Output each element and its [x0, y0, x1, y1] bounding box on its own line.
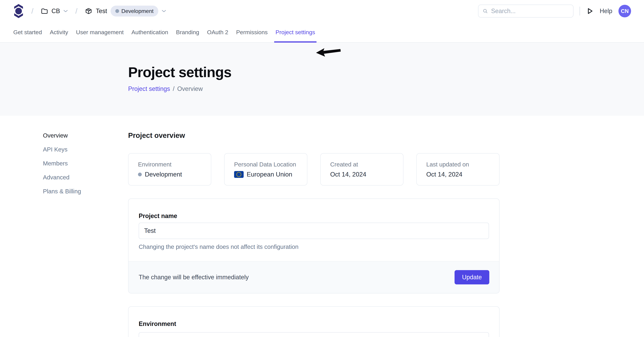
info-card-label: Created at: [330, 161, 403, 168]
tab-get-started[interactable]: Get started: [13, 22, 42, 42]
info-card-value: Development: [138, 171, 211, 178]
tab-activity[interactable]: Activity: [50, 22, 68, 42]
environment-badge-label: Development: [122, 8, 154, 14]
info-card-last-updated: Last updated on Oct 14, 2024: [416, 153, 500, 186]
status-dot-icon: [138, 173, 142, 176]
sidebar-item-overview[interactable]: Overview: [43, 132, 128, 139]
info-card-value: European Union: [234, 171, 307, 178]
breadcrumb-separator: /: [173, 85, 174, 92]
breadcrumb: Project settings / Overview: [128, 85, 644, 92]
sidebar-item-api-keys[interactable]: API Keys: [43, 146, 128, 153]
project-switcher[interactable]: Test Development: [85, 5, 166, 16]
main-nav: Get started Activity User management Aut…: [0, 22, 644, 42]
project-name: Test: [96, 7, 107, 15]
info-card-environment: Environment Development: [128, 153, 211, 186]
update-button[interactable]: Update: [454, 270, 489, 284]
help-link[interactable]: Help: [600, 7, 612, 15]
environment-card-body: Environment Development: [128, 307, 499, 337]
breadcrumb-separator: /: [31, 7, 34, 15]
header-breadcrumb: / CB / Test Development: [13, 3, 166, 19]
search-input[interactable]: [491, 7, 569, 15]
content-area: Overview API Keys Members Advanced Plans…: [0, 116, 644, 337]
breadcrumb-current: Overview: [177, 85, 203, 92]
sidebar-item-members[interactable]: Members: [43, 160, 128, 167]
app-logo[interactable]: [13, 3, 24, 19]
info-card-label: Last updated on: [426, 161, 499, 168]
project-name-helper-text: Changing the project's name does not aff…: [139, 243, 489, 250]
eu-flag-icon: [234, 171, 244, 178]
info-card-created-at: Created at Oct 14, 2024: [320, 153, 404, 186]
play-icon: [586, 7, 594, 15]
environment-label: Environment: [139, 320, 489, 328]
footer-note: The change will be effective immediately: [139, 274, 249, 281]
chevron-down-icon: [64, 10, 68, 12]
info-card-label: Personal Data Location: [234, 161, 307, 168]
info-card-data-location: Personal Data Location Europea: [224, 153, 307, 186]
tab-user-management[interactable]: User management: [76, 22, 124, 42]
sidebar-item-plans-billing[interactable]: Plans & Billing: [43, 188, 128, 195]
folder-icon: [41, 7, 48, 15]
org-name: CB: [52, 7, 60, 15]
project-name-card: Project name Changing the project's name…: [128, 198, 500, 294]
app-header: / CB / Test Development: [0, 0, 644, 22]
page-title: Project settings: [128, 64, 644, 80]
project-name-card-body: Project name Changing the project's name…: [128, 199, 499, 261]
section-title: Project overview: [128, 131, 500, 140]
run-button[interactable]: [586, 7, 594, 15]
info-card-value: Oct 14, 2024: [330, 171, 403, 178]
environment-select[interactable]: Development: [139, 332, 489, 337]
package-icon: [85, 7, 92, 15]
search-box[interactable]: [478, 4, 574, 17]
tab-permissions[interactable]: Permissions: [236, 22, 268, 42]
breadcrumb-separator: /: [75, 7, 77, 15]
header-divider: [580, 7, 580, 15]
chevron-down-icon: [162, 10, 166, 12]
settings-main: Project overview Environment Development…: [128, 131, 500, 337]
info-cards-row: Environment Development Personal Data Lo…: [128, 153, 500, 186]
info-card-label: Environment: [138, 161, 211, 168]
page-hero: Project settings Project settings / Over…: [0, 42, 644, 116]
project-name-label: Project name: [139, 212, 489, 220]
breadcrumb-link-project-settings[interactable]: Project settings: [128, 85, 170, 92]
avatar[interactable]: CN: [618, 5, 631, 17]
environment-card: Environment Development: [128, 306, 500, 337]
tab-project-settings[interactable]: Project settings: [276, 22, 315, 42]
tab-authentication[interactable]: Authentication: [132, 22, 168, 42]
header-actions: Help CN: [478, 4, 631, 17]
info-card-value: Oct 14, 2024: [426, 171, 499, 178]
sidebar-item-advanced[interactable]: Advanced: [43, 174, 128, 181]
logo-icon: [13, 3, 24, 19]
tab-branding[interactable]: Branding: [176, 22, 199, 42]
settings-sidebar: Overview API Keys Members Advanced Plans…: [43, 131, 128, 337]
tab-oauth-2[interactable]: OAuth 2: [207, 22, 228, 42]
environment-badge: Development: [110, 5, 158, 16]
org-switcher[interactable]: CB: [41, 7, 68, 15]
project-name-card-footer: The change will be effective immediately…: [128, 261, 499, 293]
search-icon: [482, 8, 488, 14]
status-dot-icon: [115, 9, 119, 13]
project-name-input[interactable]: [139, 223, 489, 239]
